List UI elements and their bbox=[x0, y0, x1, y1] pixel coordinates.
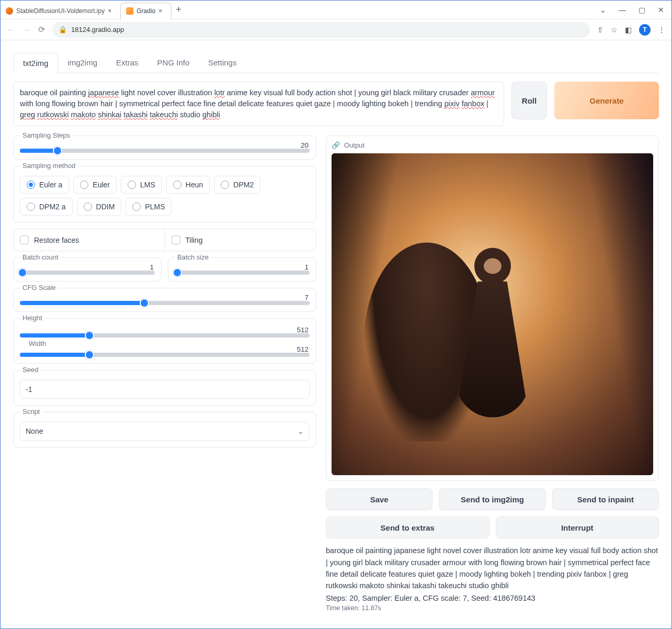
url-input[interactable]: 🔒 18124.gradio.app bbox=[52, 22, 590, 38]
radio-label: Euler bbox=[93, 181, 110, 189]
minimize-icon[interactable]: — bbox=[619, 6, 626, 14]
width-label: Width bbox=[26, 340, 49, 347]
kebab-menu-icon[interactable]: ⋮ bbox=[658, 26, 665, 34]
batch-size-slider[interactable] bbox=[175, 271, 310, 275]
tiling-label: Tiling bbox=[186, 236, 203, 244]
save-button[interactable]: Save bbox=[326, 488, 432, 510]
tab-txt2img[interactable]: txt2img bbox=[13, 53, 58, 73]
profile-avatar[interactable]: T bbox=[639, 24, 651, 36]
height-value: 512 bbox=[297, 326, 309, 334]
width-value: 512 bbox=[297, 345, 309, 353]
sampler-radio-lms[interactable]: LMS bbox=[121, 176, 162, 194]
checkbox-icon bbox=[20, 235, 29, 244]
browser-tab-label: StableDiffusionUI-Voldemort.ipy bbox=[16, 7, 105, 15]
roll-button[interactable]: Roll bbox=[511, 82, 547, 119]
radio-icon bbox=[27, 203, 35, 211]
tiling-checkbox[interactable]: Tiling bbox=[165, 229, 316, 251]
share-icon[interactable]: ⇧ bbox=[597, 26, 603, 34]
height-label: Height bbox=[20, 314, 45, 322]
batch-count-field: Batch count 1 bbox=[13, 257, 162, 282]
close-icon[interactable]: × bbox=[158, 7, 166, 15]
cfg-scale-field: CFG Scale 7 bbox=[13, 288, 316, 312]
radio-label: DPM2 bbox=[233, 181, 254, 189]
favicon-colab bbox=[6, 7, 13, 15]
batch-size-value: 1 bbox=[304, 263, 309, 271]
reload-icon[interactable]: ⟳ bbox=[38, 25, 45, 35]
chevron-down-icon: ⌄ bbox=[298, 427, 304, 435]
seed-input[interactable] bbox=[20, 380, 310, 399]
browser-titlebar: StableDiffusionUI-Voldemort.ipy × Gradio… bbox=[1, 1, 671, 19]
sampling-method-label: Sampling method bbox=[20, 162, 78, 170]
browser-tab-1[interactable]: Gradio × bbox=[120, 3, 172, 19]
interrupt-button[interactable]: Interrupt bbox=[496, 516, 659, 538]
close-window-icon[interactable]: ✕ bbox=[658, 6, 664, 14]
sampler-radio-ddim[interactable]: DDIM bbox=[77, 198, 122, 216]
sampler-radio-euler[interactable]: Euler bbox=[73, 176, 117, 194]
maximize-icon[interactable]: ▢ bbox=[639, 6, 645, 14]
tab-img2img[interactable]: img2img bbox=[58, 53, 107, 73]
forward-icon[interactable]: → bbox=[22, 25, 31, 35]
send-img2img-button[interactable]: Send to img2img bbox=[439, 488, 545, 510]
radio-icon bbox=[221, 181, 229, 189]
sampler-radio-dpm2[interactable]: DPM2 bbox=[214, 176, 260, 194]
tab-extras[interactable]: Extras bbox=[107, 53, 148, 73]
batch-count-value: 1 bbox=[150, 263, 154, 271]
tab-settings[interactable]: Settings bbox=[199, 53, 246, 73]
batch-count-label: Batch count bbox=[20, 253, 61, 261]
seed-label: Seed bbox=[20, 366, 41, 374]
sampling-steps-value: 20 bbox=[301, 141, 309, 149]
gradio-tabs: txt2img img2img Extras PNG Info Settings bbox=[13, 53, 659, 73]
browser-addressbar: ← → ⟳ 🔒 18124.gradio.app ⇧ ☆ ◧ T ⋮ bbox=[1, 19, 671, 40]
restore-faces-label: Restore faces bbox=[34, 236, 79, 244]
sampling-method-field: Sampling method Euler aEulerLMSHeunDPM2D… bbox=[13, 166, 316, 222]
height-width-field: Height 512 Width 512 bbox=[13, 318, 316, 364]
radio-label: Heun bbox=[186, 181, 203, 189]
panel-icon[interactable]: ◧ bbox=[625, 26, 632, 34]
sampling-steps-label: Sampling Steps bbox=[20, 131, 73, 139]
tab-pnginfo[interactable]: PNG Info bbox=[148, 53, 199, 73]
radio-label: PLMS bbox=[145, 203, 165, 211]
radio-label: DPM2 a bbox=[39, 203, 66, 211]
generate-button[interactable]: Generate bbox=[554, 82, 659, 119]
radio-icon bbox=[84, 203, 92, 211]
sampler-radio-heun[interactable]: Heun bbox=[166, 176, 210, 194]
seed-field: Seed bbox=[13, 370, 316, 406]
sampler-radio-euler-a[interactable]: Euler a bbox=[20, 176, 69, 194]
result-prompt-text: baroque oil painting japanese light nove… bbox=[326, 545, 659, 592]
height-slider[interactable] bbox=[20, 333, 310, 338]
prompt-textarea[interactable]: baroque oil painting japanese light nove… bbox=[13, 82, 504, 126]
output-image[interactable] bbox=[332, 153, 653, 475]
favicon-gradio bbox=[126, 7, 133, 15]
cfg-scale-slider[interactable] bbox=[20, 301, 310, 305]
sampling-steps-slider[interactable] bbox=[20, 149, 310, 153]
back-icon[interactable]: ← bbox=[7, 25, 15, 35]
width-slider[interactable] bbox=[20, 353, 310, 357]
radio-icon bbox=[27, 181, 35, 189]
radio-label: LMS bbox=[140, 181, 155, 189]
script-field: Script None ⌄ bbox=[13, 412, 316, 447]
radio-label: DDIM bbox=[96, 203, 115, 211]
batch-size-field: Batch size 1 bbox=[168, 257, 316, 282]
sampler-radio-plms[interactable]: PLMS bbox=[126, 198, 172, 216]
batch-size-label: Batch size bbox=[175, 253, 211, 261]
browser-tab-label: Gradio bbox=[136, 7, 155, 15]
script-select[interactable]: None ⌄ bbox=[20, 422, 310, 441]
restore-faces-checkbox[interactable]: Restore faces bbox=[14, 229, 165, 251]
chevron-down-icon[interactable]: ⌄ bbox=[600, 6, 606, 14]
radio-icon bbox=[128, 181, 136, 189]
star-icon[interactable]: ☆ bbox=[611, 26, 618, 34]
new-tab-button[interactable]: + bbox=[176, 4, 181, 15]
checkbox-icon bbox=[172, 235, 180, 244]
link-icon[interactable]: 🔗 bbox=[332, 141, 340, 149]
sampler-radio-dpm2-a[interactable]: DPM2 a bbox=[20, 198, 73, 216]
batch-count-slider[interactable] bbox=[20, 271, 155, 275]
browser-tab-0[interactable]: StableDiffusionUI-Voldemort.ipy × bbox=[1, 3, 120, 19]
cfg-scale-label: CFG Scale bbox=[20, 284, 59, 291]
send-inpaint-button[interactable]: Send to inpaint bbox=[552, 488, 659, 510]
radio-icon bbox=[173, 181, 181, 189]
send-extras-button[interactable]: Send to extras bbox=[326, 516, 489, 538]
lock-icon: 🔒 bbox=[59, 26, 67, 33]
script-value: None bbox=[26, 427, 43, 435]
close-icon[interactable]: × bbox=[108, 7, 115, 15]
radio-label: Euler a bbox=[39, 181, 62, 189]
